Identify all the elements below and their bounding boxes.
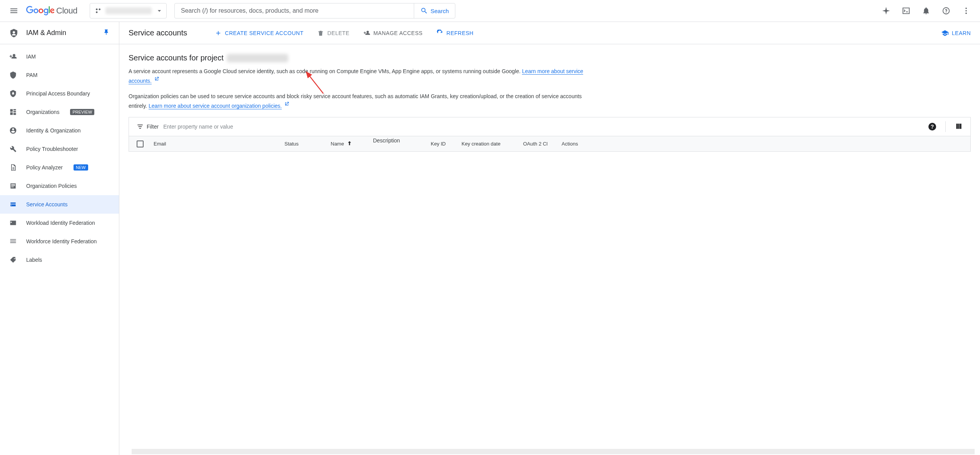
gemini-button[interactable] <box>877 2 895 20</box>
sidebar-item-workload-identity-federation[interactable]: Workload Identity Federation <box>0 214 119 232</box>
account-circle-icon <box>9 127 17 134</box>
topbar-right-icons <box>877 2 975 20</box>
learn-button[interactable]: LEARN <box>941 29 971 37</box>
column-selector-button[interactable] <box>955 122 963 131</box>
column-header-keydate[interactable]: Key creation date <box>462 141 523 147</box>
chevron-down-icon <box>156 7 163 15</box>
table-header-row: Email Status Name Description Key ID Key… <box>129 136 970 151</box>
learn-more-org-policies-link[interactable]: Learn more about service account organiz… <box>149 103 282 109</box>
svg-point-6 <box>13 31 15 33</box>
sidebar-item-label: Identity & Organization <box>26 127 81 134</box>
column-header-actions: Actions <box>562 141 592 147</box>
pin-button[interactable] <box>103 29 110 37</box>
sidebar-item-organization-policies[interactable]: Organization Policies <box>0 177 119 195</box>
global-search: Search <box>174 3 455 18</box>
horizontal-scrollbar[interactable] <box>132 449 975 454</box>
select-all-checkbox[interactable] <box>137 141 144 147</box>
svg-point-5 <box>965 13 967 14</box>
svg-point-0 <box>96 8 98 10</box>
badge-new: NEW <box>74 164 88 171</box>
column-header-keyid[interactable]: Key ID <box>431 141 462 147</box>
sidebar-item-organizations[interactable]: OrganizationsPREVIEW <box>0 103 119 121</box>
search-button-label: Search <box>430 8 449 14</box>
svg-point-4 <box>965 10 967 12</box>
para1-text: A service account represents a Google Cl… <box>129 68 522 74</box>
project-icon <box>95 7 102 14</box>
iam-admin-icon <box>9 28 18 38</box>
shield-lock-icon <box>9 90 17 97</box>
filter-label: Filter <box>137 123 159 130</box>
description-paragraph-1: A service account represents a Google Cl… <box>129 67 590 85</box>
project-selector[interactable] <box>90 3 167 18</box>
filter-help-button[interactable]: ? <box>928 123 936 130</box>
help-icon <box>942 7 950 15</box>
badge-card-icon <box>9 219 17 227</box>
trash-icon <box>317 30 324 37</box>
google-logo-icon <box>26 6 55 16</box>
sidebar-item-label: Organizations <box>26 109 59 115</box>
google-cloud-logo[interactable]: Cloud <box>26 6 77 16</box>
bell-icon <box>922 7 930 15</box>
search-input[interactable] <box>175 7 414 14</box>
sidebar-item-label: Principal Access Boundary <box>26 90 90 97</box>
sidebar-title: IAM & Admin <box>26 29 95 37</box>
manage-access-label: MANAGE ACCESS <box>373 30 423 36</box>
search-button[interactable]: Search <box>414 3 455 18</box>
sparkle-icon <box>881 6 891 15</box>
learn-icon <box>941 29 949 37</box>
sidebar-item-pam[interactable]: PAM <box>0 66 119 84</box>
plus-icon <box>215 30 222 37</box>
sidebar-item-label: PAM <box>26 72 37 78</box>
sidebar-item-policy-analyzer[interactable]: Policy AnalyzerNEW <box>0 158 119 177</box>
column-header-email[interactable]: Email <box>154 141 284 147</box>
sidebar-item-identity-organization[interactable]: Identity & Organization <box>0 121 119 140</box>
sidebar-item-workforce-identity-federation[interactable]: Workforce Identity Federation <box>0 232 119 251</box>
delete-button-label: DELETE <box>327 30 349 36</box>
sidebar-item-label: Policy Analyzer <box>26 164 63 171</box>
accounts-table: Filter ? Email Status Name <box>129 117 971 152</box>
sidebar-item-policy-troubleshooter[interactable]: Policy Troubleshooter <box>0 140 119 158</box>
column-header-name[interactable]: Name <box>331 140 373 147</box>
search-icon <box>420 7 428 15</box>
sidebar-item-label: Workforce Identity Federation <box>26 238 97 244</box>
filter-input[interactable] <box>163 124 924 130</box>
refresh-button[interactable]: REFRESH <box>435 27 475 40</box>
notifications-button[interactable] <box>917 2 935 20</box>
list-lines-icon <box>9 238 17 245</box>
column-header-status[interactable]: Status <box>284 141 331 147</box>
svg-point-1 <box>99 8 100 10</box>
cloud-shell-button[interactable] <box>897 2 915 20</box>
hamburger-icon <box>9 6 18 15</box>
sidebar-item-iam[interactable]: IAM <box>0 47 119 66</box>
sidebar-item-principal-access-boundary[interactable]: Principal Access Boundary <box>0 84 119 103</box>
svg-point-3 <box>965 8 967 9</box>
page-title: Service accounts <box>129 28 187 37</box>
top-bar: Cloud Search <box>0 0 980 22</box>
badge-preview: PREVIEW <box>70 109 94 115</box>
sidebar-item-service-accounts[interactable]: Service Accounts <box>0 195 119 214</box>
sidebar-item-labels[interactable]: Labels <box>0 251 119 269</box>
sidebar: IAM & Admin IAMPAMPrincipal Access Bound… <box>0 22 119 455</box>
filter-row: Filter ? <box>129 117 970 136</box>
sidebar-item-label: Policy Troubleshooter <box>26 146 78 152</box>
sidebar-item-label: Labels <box>26 257 42 263</box>
wrench-icon <box>9 145 17 153</box>
filter-text: Filter <box>147 124 159 130</box>
sidebar-item-label: Service Accounts <box>26 201 67 207</box>
column-header-description[interactable]: Description <box>373 136 431 145</box>
shield-icon <box>9 71 17 79</box>
sidebar-item-label: Workload Identity Federation <box>26 220 95 226</box>
column-header-oauth[interactable]: OAuth 2 Cl <box>523 141 562 147</box>
learn-label: LEARN <box>952 30 971 36</box>
section-heading: Service accounts for project <box>129 54 971 62</box>
project-name-redacted <box>105 7 152 14</box>
help-button[interactable] <box>937 2 955 20</box>
terminal-icon <box>902 7 910 15</box>
more-button[interactable] <box>957 2 975 20</box>
delete-button[interactable]: DELETE <box>316 27 351 40</box>
hamburger-menu-button[interactable] <box>5 2 23 20</box>
manage-access-button[interactable]: MANAGE ACCESS <box>362 27 424 40</box>
select-all-cell <box>137 141 154 147</box>
create-service-account-button[interactable]: CREATE SERVICE ACCOUNT <box>213 27 305 40</box>
sidebar-nav: IAMPAMPrincipal Access BoundaryOrganizat… <box>0 44 119 272</box>
